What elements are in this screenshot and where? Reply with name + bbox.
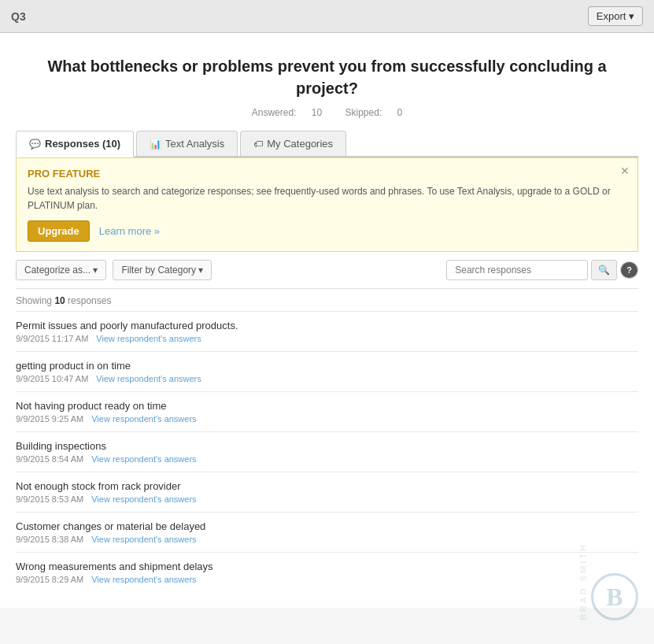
- response-row: Not having product ready on time 9/9/201…: [16, 391, 638, 431]
- response-meta: 9/9/2015 8:54 AM View respondent's answe…: [16, 454, 638, 464]
- tab-text-analysis-label: Text Analysis: [165, 138, 224, 150]
- view-answers-link[interactable]: View respondent's answers: [96, 374, 201, 383]
- main-content: What bottlenecks or problems prevent you…: [0, 33, 654, 608]
- response-row: Permit issues and poorly manufactured pr…: [16, 311, 638, 351]
- tab-my-categories-label: My Categories: [267, 138, 333, 150]
- view-answers-link[interactable]: View respondent's answers: [91, 575, 196, 584]
- response-meta: 9/9/2015 11:17 AM View respondent's answ…: [16, 334, 638, 343]
- view-answers-link[interactable]: View respondent's answers: [96, 334, 201, 343]
- search-button[interactable]: 🔍: [591, 260, 617, 280]
- pro-banner: PRO FEATURE Use text analysis to search …: [16, 157, 638, 252]
- search-icon: 🔍: [598, 265, 610, 276]
- top-bar: Q3 Export: [0, 0, 654, 33]
- response-date: 9/9/2015 8:54 AM: [16, 454, 83, 464]
- view-answers-link[interactable]: View respondent's answers: [91, 535, 196, 544]
- help-button[interactable]: ?: [620, 261, 638, 279]
- filter-bar: Categorize as... Filter by Category 🔍 ?: [16, 252, 638, 289]
- response-meta: 9/9/2015 9:25 AM View respondent's answe…: [16, 414, 638, 424]
- response-date: 9/9/2015 11:17 AM: [16, 334, 88, 343]
- filter-category-dropdown[interactable]: Filter by Category: [113, 260, 212, 280]
- pro-banner-actions: Upgrade Learn more »: [28, 220, 626, 242]
- response-row: Not enough stock from rack provider 9/9/…: [16, 472, 638, 512]
- showing-suffix: responses: [68, 295, 111, 306]
- response-text: Permit issues and poorly manufactured pr…: [16, 320, 638, 331]
- response-meta: 9/9/2015 8:38 AM View respondent's answe…: [16, 535, 638, 544]
- response-text: Building inspections: [16, 440, 638, 452]
- skipped-count: 0: [397, 107, 403, 118]
- response-meta: 9/9/2015 8:29 AM View respondent's answe…: [16, 575, 638, 584]
- answered-label: Answered:: [252, 107, 297, 118]
- tab-my-categories[interactable]: 🏷 My Categories: [240, 131, 346, 156]
- view-answers-link[interactable]: View respondent's answers: [91, 494, 196, 504]
- showing-prefix: Showing: [16, 295, 52, 306]
- skipped-label: Skipped:: [345, 107, 382, 118]
- response-row: Building inspections 9/9/2015 8:54 AM Vi…: [16, 431, 638, 472]
- tab-responses-label: Responses (10): [45, 138, 120, 150]
- response-date: 9/9/2015 8:38 AM: [16, 535, 83, 544]
- close-icon[interactable]: ✕: [620, 165, 630, 177]
- response-row: getting product in on time 9/9/2015 10:4…: [16, 351, 638, 391]
- tabs-bar: 💬 Responses (10) 📊 Text Analysis 🏷 My Ca…: [16, 131, 638, 157]
- response-date: 9/9/2015 9:25 AM: [16, 414, 83, 424]
- showing-number: 10: [54, 295, 65, 306]
- search-input[interactable]: [446, 260, 588, 280]
- response-row: Wrong measurements and shipment delays 9…: [16, 552, 638, 592]
- showing-count: Showing 10 responses: [16, 289, 638, 311]
- response-text: Customer changes or material be delayed: [16, 520, 638, 532]
- tab-responses[interactable]: 💬 Responses (10): [16, 131, 134, 157]
- pro-banner-title: PRO FEATURE: [28, 168, 626, 180]
- response-row: Customer changes or material be delayed …: [16, 512, 638, 552]
- response-date: 9/9/2015 8:53 AM: [16, 494, 83, 504]
- response-text: getting product in on time: [16, 360, 638, 372]
- view-answers-link[interactable]: View respondent's answers: [91, 454, 196, 464]
- question-meta: Answered: 10 Skipped: 0: [16, 107, 638, 118]
- my-categories-icon: 🏷: [253, 139, 263, 150]
- pro-banner-text: Use text analysis to search and categori…: [28, 184, 626, 213]
- tab-text-analysis[interactable]: 📊 Text Analysis: [136, 131, 238, 156]
- response-date: 9/9/2015 8:29 AM: [16, 575, 83, 584]
- export-button[interactable]: Export: [588, 6, 643, 26]
- categorize-dropdown[interactable]: Categorize as...: [16, 260, 106, 280]
- text-analysis-icon: 📊: [150, 139, 161, 150]
- response-date: 9/9/2015 10:47 AM: [16, 374, 88, 383]
- response-text: Not enough stock from rack provider: [16, 480, 638, 492]
- responses-icon: 💬: [29, 139, 41, 150]
- upgrade-button[interactable]: Upgrade: [28, 220, 90, 242]
- question-title: What bottlenecks or problems prevent you…: [16, 33, 638, 107]
- search-box-wrapper: 🔍 ?: [446, 260, 638, 280]
- question-id-label: Q3: [11, 10, 26, 23]
- response-text: Wrong measurements and shipment delays: [16, 561, 638, 572]
- learn-more-link[interactable]: Learn more »: [99, 225, 160, 237]
- answered-count: 10: [312, 107, 322, 118]
- response-meta: 9/9/2015 8:53 AM View respondent's answe…: [16, 494, 638, 504]
- response-text: Not having product ready on time: [16, 400, 638, 412]
- response-meta: 9/9/2015 10:47 AM View respondent's answ…: [16, 374, 638, 383]
- view-answers-link[interactable]: View respondent's answers: [91, 414, 196, 424]
- responses-list: Permit issues and poorly manufactured pr…: [16, 311, 638, 592]
